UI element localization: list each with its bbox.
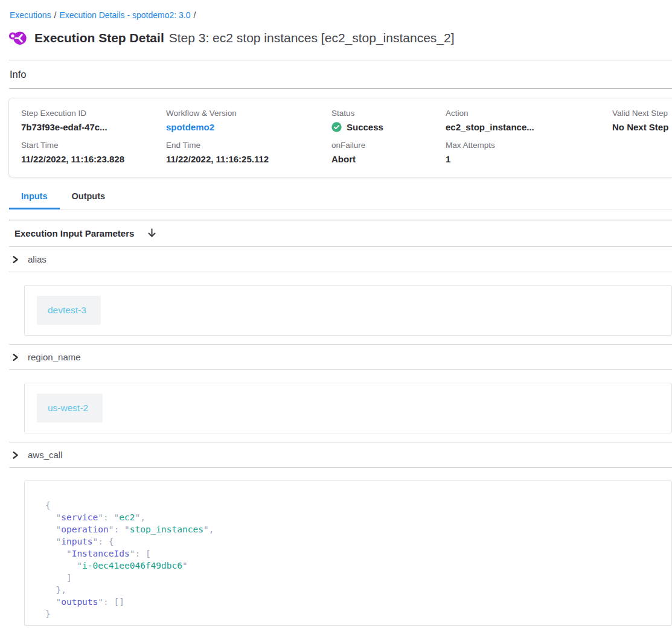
field-label: Action: [446, 109, 612, 118]
info-divider: [9, 88, 672, 89]
alias-value-panel: devtest-3: [24, 285, 672, 336]
field-value: Abort: [331, 154, 446, 164]
aws-call-value-panel: { "service": "ec2", "operation": "stop_i…: [24, 480, 672, 626]
chevron-right-icon: [12, 451, 19, 459]
field-label: Workflow & Version: [166, 109, 331, 118]
execution-input-parameters-header: Execution Input Parameters: [0, 220, 672, 246]
section-alias-label: alias: [28, 254, 46, 264]
tab-outputs[interactable]: Outputs: [60, 187, 118, 209]
section-alias-header[interactable]: alias: [0, 247, 672, 272]
field-onfailure: onFailure Abort: [331, 141, 446, 164]
breadcrumb: Executions/Execution Details - spotdemo2…: [0, 0, 672, 20]
section-aws-call-label: aws_call: [28, 450, 63, 460]
field-status: Status Success: [331, 109, 446, 132]
field-value: 11/22/2022, 11:16:23.828: [21, 154, 166, 164]
region-name-value-chip: us-west-2: [37, 394, 103, 423]
field-value: ec2_stop_instance...: [446, 122, 612, 132]
field-workflow-version: Workflow & Version spotdemo2: [166, 109, 331, 132]
info-card: Step Execution ID 7b73f93e-edaf-47c... W…: [8, 98, 672, 177]
field-label: onFailure: [331, 141, 446, 150]
chevron-right-icon: [12, 255, 19, 264]
field-end-time: End Time 11/22/2022, 11:16:25.112: [166, 141, 331, 164]
page-title: Execution Step Detail: [34, 31, 164, 45]
success-check-icon: [331, 122, 342, 132]
info-heading: Info: [10, 69, 672, 80]
field-label: Start Time: [21, 141, 166, 150]
region-name-value-panel: us-west-2: [24, 383, 672, 433]
field-action: Action ec2_stop_instance...: [446, 109, 612, 132]
tab-bar: Inputs Outputs: [9, 187, 672, 209]
download-arrow-icon[interactable]: [147, 228, 156, 238]
status-text: Success: [347, 122, 383, 132]
field-value: 1: [446, 154, 612, 164]
field-value: 11/22/2022, 11:16:25.112: [166, 154, 331, 164]
params-title: Execution Input Parameters: [14, 228, 134, 238]
field-value: 7b73f93e-edaf-47c...: [21, 122, 166, 132]
field-label: Max Attempts: [446, 141, 612, 150]
breadcrumb-link-executions[interactable]: Executions: [10, 10, 51, 20]
breadcrumb-separator: /: [54, 10, 56, 20]
field-start-time: Start Time 11/22/2022, 11:16:23.828: [21, 141, 166, 164]
row-divider: [9, 272, 672, 272]
page-subtitle: Step 3: ec2 stop instances [ec2_stop_ins…: [169, 31, 455, 45]
workflow-version-link[interactable]: spotdemo2: [166, 122, 331, 132]
field-label: Valid Next Step: [612, 109, 672, 118]
field-label: End Time: [166, 141, 331, 150]
row-divider: [9, 369, 672, 370]
chevron-right-icon: [12, 353, 19, 362]
aws-call-code-block: { "service": "ec2", "operation": "stop_i…: [45, 499, 671, 620]
tab-inputs[interactable]: Inputs: [9, 187, 60, 209]
field-max-attempts: Max Attempts 1: [446, 141, 612, 164]
breadcrumb-link-execution-details[interactable]: Execution Details - spotdemo2: 3.0: [59, 10, 190, 20]
field-valid-next-step: Valid Next Step No Next Step: [612, 109, 672, 132]
section-aws-call-header[interactable]: aws_call: [0, 442, 672, 467]
field-label: Status: [331, 109, 446, 118]
breadcrumb-separator: /: [194, 10, 196, 20]
row-divider: [9, 467, 672, 468]
field-value: No Next Step: [612, 122, 672, 132]
field-label: Step Execution ID: [21, 109, 166, 118]
field-step-execution-id: Step Execution ID 7b73f93e-edaf-47c...: [21, 109, 166, 132]
section-region-name-header[interactable]: region_name: [0, 345, 672, 369]
title-divider: [9, 60, 672, 60]
section-region-name-label: region_name: [28, 352, 81, 362]
workflow-logo-icon: [8, 29, 27, 47]
title-bar: Execution Step DetailStep 3: ec2 stop in…: [8, 29, 672, 47]
alias-value-chip: devtest-3: [37, 296, 101, 325]
